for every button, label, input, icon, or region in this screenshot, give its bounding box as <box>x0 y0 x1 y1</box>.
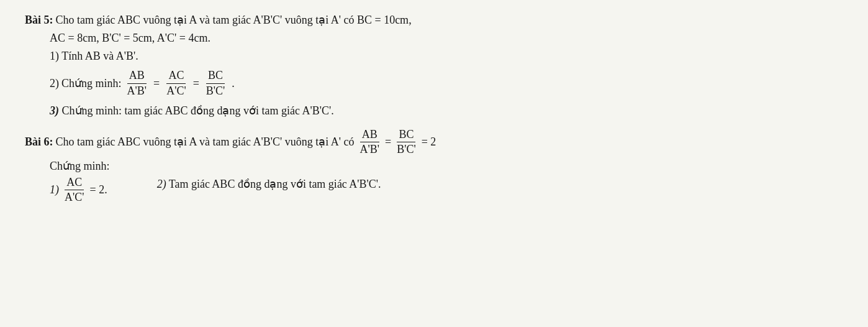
bai5-title: Bài 5: <box>25 11 53 29</box>
bai5-part3-line: 3) Chứng minh: tam giác ABC đồng dạng vớ… <box>50 102 843 120</box>
bai6-eq-header: = <box>385 133 391 151</box>
bai6-frac-header1-den: A'B' <box>358 142 381 157</box>
bai6-chung-minh-label: Chứng minh: <box>50 157 843 175</box>
bai5-part2-text: Chứng minh: <box>61 75 122 93</box>
bai6-equals-value: = 2 <box>422 133 436 151</box>
bai6-fraction1: AC A'C' <box>63 175 86 205</box>
bai5-part2-label: 2) <box>50 75 59 93</box>
bai5-fraction-ac-ac-prime: AC A'C' <box>165 68 188 98</box>
bai5-block: Bài 5: Cho tam giác ABC vuông tại A và t… <box>25 11 843 120</box>
bai6-fraction-ab: AB A'B' <box>358 127 381 157</box>
bai6-frac-header1-num: AB <box>360 127 379 142</box>
bai6-frac1-num: AC <box>65 175 84 190</box>
content-area: Bài 5: Cho tam giác ABC vuông tại A và t… <box>25 11 843 205</box>
bai6-intro: Cho tam giác ABC vuông tại A và tam giác… <box>56 133 355 151</box>
bai5-part3-text: Chứng minh: tam giác ABC đồng dạng với t… <box>62 104 334 117</box>
bai5-period: . <box>232 75 235 93</box>
bai5-fraction-equal-chain: AB A'B' = AC A'C' = BC B'C' . <box>124 68 235 98</box>
bai5-fraction-ab-ab-prime: AB A'B' <box>125 68 149 98</box>
bai6-part2-line: 2) Tam giác ABC đồng dạng với tam giác A… <box>157 175 381 193</box>
bai5-intro-row: Bài 5: Cho tam giác ABC vuông tại A và t… <box>25 11 843 29</box>
bai5-frac2-num: AC <box>166 68 186 83</box>
bai6-two-col: 1) AC A'C' = 2. 2) Tam giác ABC đồng dạn… <box>50 175 843 205</box>
bai6-frac-header2-num: BC <box>397 127 415 142</box>
bai5-frac3-den: B'C' <box>204 84 227 98</box>
bai6-part1-label: 1) <box>50 181 59 199</box>
bai5-intro: Cho tam giác ABC vuông tại A và tam giác… <box>56 11 412 29</box>
bai6-part1-line: 1) AC A'C' = 2. <box>50 175 107 205</box>
bai5-conditions-line: AC = 8cm, B'C' = 5cm, A'C' = 4cm. <box>50 29 843 47</box>
bai5-part1-text: Tính AB và A'B'. <box>61 50 138 62</box>
bai6-frac1-den: A'C' <box>63 190 86 205</box>
bai6-part2-text: Tam giác ABC đồng dạng với tam giác A'B'… <box>169 175 381 193</box>
bai5-part1-label: 1) <box>50 50 59 62</box>
bai6-frac-header2-den: B'C' <box>395 142 418 157</box>
bai6-block: Bài 6: Cho tam giác ABC vuông tại A và t… <box>25 127 843 205</box>
bai5-fraction-bc-bc-prime: BC B'C' <box>204 68 227 98</box>
bai6-part2-label: 2) <box>157 175 166 193</box>
bai6-chung-minh-text: Chứng minh: <box>50 160 110 172</box>
bai5-frac2-den: A'C' <box>165 84 188 98</box>
bai5-part1-line: 1) Tính AB và A'B'. <box>50 47 843 65</box>
bai5-part3-label: 3) <box>50 104 59 117</box>
bai6-header-row: Bài 6: Cho tam giác ABC vuông tại A và t… <box>25 127 843 157</box>
bai5-frac3-num: BC <box>206 68 225 83</box>
bai5-part2-line: 2) Chứng minh: AB A'B' = AC A'C' = BC B'… <box>50 68 843 98</box>
bai5-frac1-num: AB <box>127 68 147 83</box>
bai5-frac1-den: A'B' <box>125 84 149 98</box>
bai6-fraction-bc: BC B'C' <box>395 127 418 157</box>
bai6-title: Bài 6: <box>25 133 53 151</box>
bai5-conditions: AC = 8cm, B'C' = 5cm, A'C' = 4cm. <box>50 32 210 44</box>
bai5-eq1: = <box>153 75 160 93</box>
bai5-eq2: = <box>193 75 199 93</box>
bai6-equals1: = 2. <box>90 181 107 199</box>
